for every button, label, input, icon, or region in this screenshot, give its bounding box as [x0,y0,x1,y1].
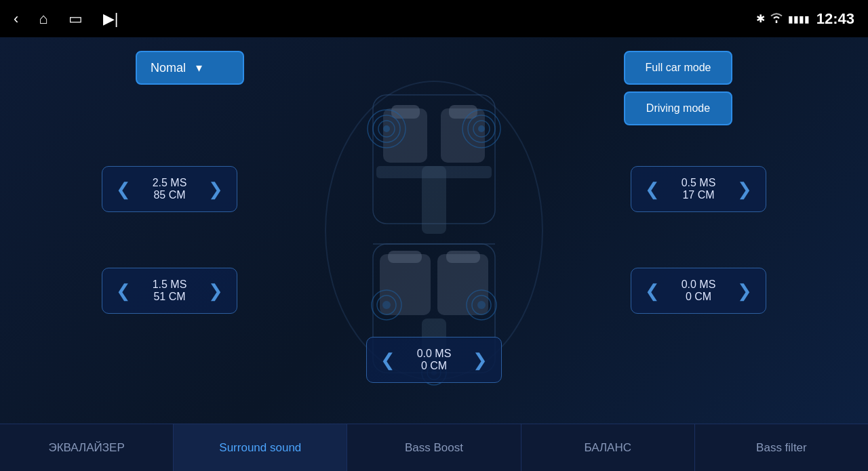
status-bar: ‹ ⌂ ▭ ▶| ✱ ▮▮▮▮ 12:43 [0,0,868,37]
main-content: Nomal ▾ Full car mode Driving mode [0,37,868,424]
dropdown-arrow-icon: ▾ [196,60,202,75]
sound-mode-dropdown[interactable]: Nomal ▾ [136,51,244,85]
delay-info-bottom: 0.0 MS 0 CM [417,348,452,372]
delay-cm-mid-right: 0 CM [682,291,716,303]
delay-decrease-mid-right[interactable]: ❮ [645,281,660,302]
dropdown-label: Nomal [151,61,186,75]
delay-cm-bottom: 0 CM [417,360,452,372]
delay-increase-bottom[interactable]: ❯ [473,350,488,371]
delay-cm-top-right: 17 CM [682,189,716,201]
delay-increase-top-left[interactable]: ❯ [208,179,223,200]
battery-icon: ▮▮▮▮ [788,14,810,24]
delay-decrease-top-left[interactable]: ❮ [116,179,131,200]
delay-ms-mid-left: 1.5 MS [153,279,187,291]
delay-info-top-left: 2.5 MS 85 CM [153,177,187,201]
svg-rect-13 [422,166,446,234]
delay-decrease-bottom[interactable]: ❮ [380,350,395,371]
status-icons: ✱ ▮▮▮▮ [756,12,810,26]
full-car-mode-button[interactable]: Full car mode [624,51,732,85]
delay-info-mid-right: 0.0 MS 0 CM [682,279,716,303]
tab-equalizer[interactable]: ЭКВАЛАЙЗЕР [0,424,174,471]
wifi-icon [769,12,784,26]
delay-box-mid-right: ❮ 0.0 MS 0 CM ❯ [631,268,766,314]
tab-bass-filter[interactable]: Bass filter [695,424,868,471]
delay-decrease-mid-left[interactable]: ❮ [116,281,131,302]
mode-buttons: Full car mode Driving mode [624,51,732,125]
delay-box-bottom-center: ❮ 0.0 MS 0 CM ❯ [366,337,502,383]
home-button[interactable]: ⌂ [39,10,47,28]
delay-increase-mid-right[interactable]: ❯ [737,281,752,302]
delay-ms-top-right: 0.5 MS [682,177,716,189]
clock-display: 12:43 [816,10,854,28]
tab-bass-boost[interactable]: Bass Boost [347,424,521,471]
driving-mode-button[interactable]: Driving mode [624,91,732,125]
window-button[interactable]: ▭ [68,10,83,28]
delay-decrease-top-right[interactable]: ❮ [645,179,660,200]
delay-box-top-right: ❮ 0.5 MS 17 CM ❯ [631,166,766,212]
tab-balance-label: БАЛАНС [584,441,631,455]
delay-increase-mid-left[interactable]: ❯ [208,281,223,302]
tab-surround-label: Surround sound [219,441,301,455]
svg-point-28 [477,301,486,309]
delay-ms-top-left: 2.5 MS [153,177,187,189]
svg-rect-12 [446,251,480,263]
status-right: ✱ ▮▮▮▮ 12:43 [756,10,854,28]
delay-increase-top-right[interactable]: ❯ [737,179,752,200]
delay-ms-bottom: 0.0 MS [417,348,452,360]
tab-bass-boost-label: Bass Boost [405,441,463,455]
tab-balance[interactable]: БАЛАНС [521,424,695,471]
delay-cm-top-left: 85 CM [153,189,187,201]
nav-icons: ‹ ⌂ ▭ ▶| [14,10,118,28]
svg-point-25 [382,301,391,309]
delay-info-top-right: 0.5 MS 17 CM [682,177,716,201]
tab-bass-filter-label: Bass filter [756,441,807,455]
bluetooth-icon: ✱ [756,12,765,25]
tab-surround-sound[interactable]: Surround sound [174,424,347,471]
bottom-nav: ЭКВАЛАЙЗЕР Surround sound Bass Boost БАЛ… [0,424,868,471]
delay-box-top-left: ❮ 2.5 MS 85 CM ❯ [102,166,237,212]
tab-equalizer-label: ЭКВАЛАЙЗЕР [48,441,124,455]
delay-info-mid-left: 1.5 MS 51 CM [153,279,187,303]
media-button[interactable]: ▶| [103,10,119,28]
svg-point-18 [383,125,390,132]
delay-cm-mid-left: 51 CM [153,291,187,303]
delay-box-mid-left: ❮ 1.5 MS 51 CM ❯ [102,268,237,314]
svg-point-22 [478,125,485,132]
svg-rect-11 [388,251,422,263]
delay-ms-mid-right: 0.0 MS [682,279,716,291]
back-button[interactable]: ‹ [14,10,18,28]
